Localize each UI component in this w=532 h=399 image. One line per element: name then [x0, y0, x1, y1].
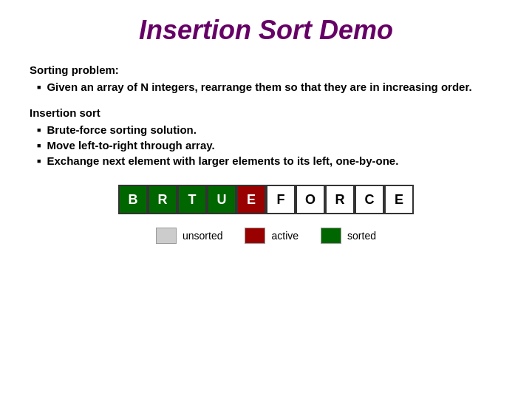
array-cell: R [325, 185, 355, 214]
list-item: Brute-force sorting solution. [37, 123, 502, 136]
list-item: Exchange next element with larger elemen… [37, 154, 502, 167]
sorting-problem-section: Sorting problem: Given an array of N int… [30, 64, 502, 93]
array-cell: O [296, 185, 325, 214]
list-item: Move left-to-right through array. [37, 139, 502, 151]
legend-color-box [321, 228, 341, 244]
legend-color-box [156, 228, 177, 244]
array-cell: E [384, 185, 414, 214]
array-cell: F [266, 185, 296, 214]
legend-label: unsorted [183, 230, 222, 242]
insertion-sort-section: Insertion sort Brute-force sorting solut… [30, 106, 502, 167]
sorting-problem-list: Given an array of N integers, rearrange … [30, 81, 502, 93]
page-title: Insertion Sort Demo [30, 15, 502, 46]
legend-item: sorted [321, 228, 376, 244]
legend-item: unsorted [156, 228, 222, 244]
legend-item: active [245, 228, 299, 244]
list-item: Given an array of N integers, rearrange … [37, 81, 502, 93]
array-cell: C [355, 185, 384, 214]
sorting-problem-label: Sorting problem: [30, 64, 502, 76]
array-cell: T [177, 185, 207, 214]
array-cell: U [207, 185, 236, 214]
legend-color-box [245, 228, 265, 244]
legend: unsortedactivesorted [30, 228, 502, 244]
array-cell: B [118, 185, 148, 214]
array-display: BRTUEFORCE [30, 185, 502, 214]
legend-label: active [271, 230, 299, 242]
array-cell: E [236, 185, 266, 214]
legend-label: sorted [347, 230, 376, 242]
array-cell: R [148, 185, 177, 214]
insertion-sort-list: Brute-force sorting solution. Move left-… [30, 123, 502, 167]
insertion-sort-label: Insertion sort [30, 106, 502, 119]
